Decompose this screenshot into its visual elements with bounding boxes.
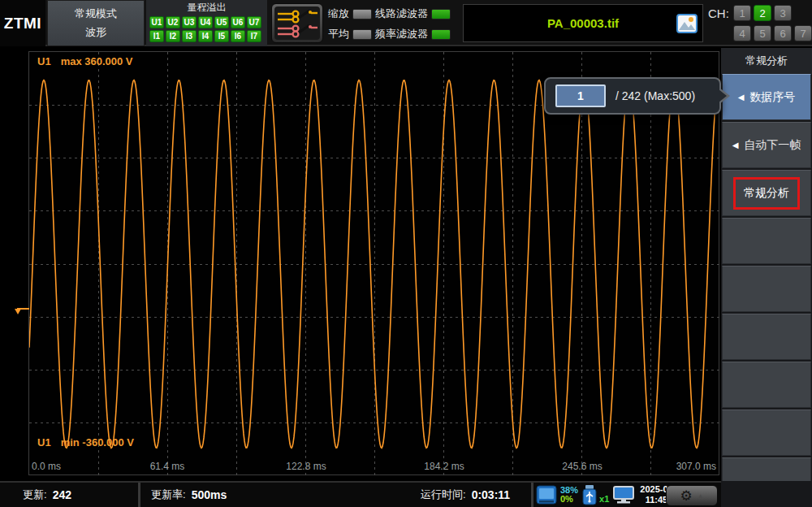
storage-icon (536, 485, 557, 505)
divider (531, 483, 533, 507)
waveform-svg (29, 52, 720, 476)
mode-button[interactable]: 常规模式 波形 (47, 0, 145, 46)
range-overflow-title: 量程溢出 (146, 0, 267, 15)
u1-max-readout: U1max 360.000 V (37, 55, 133, 67)
badge-i1: I1 (149, 30, 164, 42)
badge-u5: U5 (214, 16, 229, 28)
range-overflow-panel: 量程溢出 U1 U2 U3 U4 U5 U6 U7 I1 I2 I3 I4 I5… (146, 0, 267, 46)
badge-u6: U6 (231, 16, 245, 28)
line-filter-indicator[interactable] (431, 9, 451, 20)
sidebar-item-label: 数据序号 (749, 90, 795, 105)
red-highlight-box: 常规分析 (733, 177, 800, 210)
waveform-plot: U1max 360.000 V U1min -360.000 V 0.0 ms … (28, 51, 719, 475)
channel-button-7[interactable]: 7 (794, 25, 812, 41)
update-rate: 更新率: 500ms (151, 483, 227, 507)
channel-label: CH: (708, 6, 729, 20)
wiring-icon (274, 6, 320, 40)
badge-i7: I7 (247, 30, 261, 42)
channel-selector: CH: 1 2 3 4 5 6 7 (705, 0, 812, 46)
data-index-popup: / 242 (Max:500) (544, 77, 721, 115)
time-tick-3: 184.2 ms (424, 461, 464, 472)
badge-i2: I2 (166, 30, 180, 42)
filename-text: PA_00003.tif (464, 5, 702, 41)
network-monitor-icon (612, 485, 635, 505)
left-arrow-icon: ◀ (738, 93, 745, 102)
storage-pct-bottom: 0% (560, 495, 578, 504)
usb-icon (581, 484, 598, 505)
brand-logo: ZTMI (0, 0, 45, 46)
status-bar: 更新: 242 更新率: 500ms 运行时间: 0:03:11 38% 0% (0, 481, 721, 507)
settings-button[interactable]: ⚙ ▲ (666, 485, 718, 506)
system-tray: 38% 0% x1 2025-04-10 11:45:33 (536, 483, 686, 507)
filename-display[interactable]: PA_00003.tif (463, 4, 703, 42)
badge-u2: U2 (166, 16, 180, 28)
channel-button-1[interactable]: 1 (733, 5, 751, 21)
divider (138, 483, 140, 507)
badge-u4: U4 (198, 16, 213, 28)
badge-u3: U3 (182, 16, 197, 28)
time-tick-1: 61.4 ms (150, 461, 185, 472)
usb-count: x1 (599, 494, 609, 504)
storage-percentages: 38% 0% (560, 486, 578, 504)
channel-button-4[interactable]: 4 (733, 25, 751, 41)
sidebar-empty-cell (722, 362, 811, 408)
data-index-total: / 242 (Max:500) (615, 89, 695, 102)
image-file-icon (676, 14, 698, 37)
update-count: 更新: 242 (23, 483, 71, 507)
mode-line2: 波形 (85, 25, 106, 40)
zoom-indicator[interactable] (352, 9, 372, 20)
channel-button-2[interactable]: 2 (754, 5, 771, 21)
mode-line1: 常规模式 (75, 6, 117, 21)
average-indicator[interactable] (352, 29, 372, 40)
data-index-input[interactable] (555, 84, 606, 107)
time-tick-2: 122.8 ms (286, 461, 326, 472)
filter-panel: 缩放 线路滤波器 平均 频率滤波器 (328, 0, 460, 46)
freq-filter-indicator[interactable] (431, 29, 451, 40)
sidebar-item-normal-analysis[interactable]: 常规分析 (722, 170, 811, 216)
average-label: 平均 (328, 27, 349, 41)
time-tick-4: 245.6 ms (562, 461, 602, 472)
badge-u7: U7 (247, 16, 261, 28)
sidebar-empty-cell (722, 266, 811, 312)
badge-i5: I5 (214, 30, 229, 42)
power-analyzer-screen: ZTMI 常规模式 波形 量程溢出 U1 U2 U3 U4 U5 U6 U7 I… (0, 0, 812, 507)
current-channel-badges: I1 I2 I3 I4 I5 I6 I7 (149, 30, 267, 42)
dropdown-up-icon: ▲ (698, 492, 704, 500)
runtime: 运行时间: 0:03:11 (421, 483, 510, 507)
voltage-channel-badges: U1 U2 U3 U4 U5 U6 U7 (149, 16, 267, 28)
sidebar-empty-cell (722, 314, 811, 360)
left-arrow-icon: ◀ (732, 141, 739, 150)
sidebar-title: 常规分析 (721, 48, 812, 74)
badge-u1: U1 (149, 16, 164, 28)
sidebar-empty-cell (722, 218, 811, 264)
wiring-config-button[interactable] (271, 3, 323, 43)
sidebar-item-data-index[interactable]: ◀ 数据序号 (722, 74, 811, 120)
sidebar-item-label: 自动下一帧 (744, 138, 801, 153)
grid-lines (29, 52, 720, 476)
freq-filter-label: 频率滤波器 (375, 27, 428, 41)
zoom-label: 缩放 (328, 6, 349, 21)
time-tick-0: 0.0 ms (32, 461, 61, 472)
gear-icon: ⚙ (680, 489, 692, 503)
time-tick-5: 307.0 ms (676, 461, 716, 472)
line-filter-label: 线路滤波器 (375, 6, 428, 21)
sidebar-empty-cell (722, 410, 811, 456)
channel-button-5[interactable]: 5 (754, 25, 771, 41)
channel-button-3[interactable]: 3 (774, 5, 792, 21)
badge-i3: I3 (182, 30, 197, 42)
channel-button-6[interactable]: 6 (774, 25, 792, 41)
sidebar: 常规分析 ◀ 数据序号 ◀ 自动下一帧 常规分析 (721, 48, 812, 507)
badge-i4: I4 (198, 30, 213, 42)
u1-min-readout: U1min -360.000 V (37, 436, 134, 448)
zero-level-marker-icon (14, 306, 30, 317)
bottom-right-corner-panel (721, 481, 812, 507)
top-bar: ZTMI 常规模式 波形 量程溢出 U1 U2 U3 U4 U5 U6 U7 I… (0, 0, 812, 46)
badge-i6: I6 (231, 30, 245, 42)
sidebar-item-auto-next-frame[interactable]: ◀ 自动下一帧 (722, 122, 811, 168)
